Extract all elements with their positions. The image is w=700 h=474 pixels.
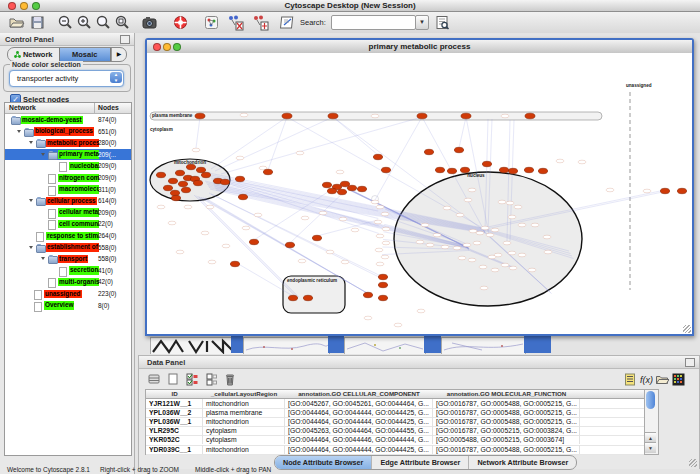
network-node-selected[interactable]: [288, 295, 297, 300]
network-node-selected[interactable]: [170, 190, 179, 195]
save-icon[interactable]: [29, 14, 46, 31]
network-node[interactable]: [301, 216, 309, 220]
network-node[interactable]: [508, 251, 516, 255]
network-node[interactable]: [240, 113, 248, 117]
network-node[interactable]: [464, 198, 472, 202]
network-node[interactable]: [441, 245, 449, 249]
float-panel-icon[interactable]: [685, 358, 695, 367]
table-cell[interactable]: YLR295C: [146, 426, 203, 435]
row-height-icon[interactable]: [147, 372, 163, 387]
attribute-list-icon[interactable]: [623, 372, 637, 387]
network-node[interactable]: [382, 227, 390, 231]
table-cell[interactable]: cytoplasm: [203, 426, 285, 435]
tree-row-primary-metabolic-process[interactable]: primary metabolic process209(...: [5, 149, 131, 161]
tree-row-cell-communicati[interactable]: cell communicati22(0): [5, 218, 131, 230]
network-node-selected[interactable]: [181, 187, 190, 192]
network-node-selected[interactable]: [178, 181, 187, 186]
snapshot-icon[interactable]: [141, 14, 158, 31]
scrollbar-thumb[interactable]: [646, 391, 655, 409]
network-node-selected[interactable]: [508, 168, 517, 173]
network-node-selected[interactable]: [171, 195, 180, 200]
network-node[interactable]: [606, 188, 614, 192]
network-node[interactable]: [351, 228, 359, 232]
table-cell[interactable]: YKR052C: [146, 435, 203, 444]
network-node-selected[interactable]: [327, 188, 336, 193]
tree-row-response-to-stimulu[interactable]: response to stimulu264(0): [5, 230, 131, 242]
tab-network[interactable]: Network: [8, 48, 59, 61]
column-header-0[interactable]: ID: [146, 390, 204, 399]
network-node-selected[interactable]: [163, 185, 172, 190]
network-node[interactable]: [157, 205, 165, 209]
network-node[interactable]: [468, 188, 476, 192]
network-node[interactable]: [376, 234, 384, 238]
network-node[interactable]: [296, 151, 304, 155]
network-node-selected[interactable]: [238, 194, 247, 199]
network-node[interactable]: [518, 253, 526, 257]
network-node[interactable]: [531, 223, 539, 227]
network-node-selected[interactable]: [357, 186, 366, 191]
network-node[interactable]: [503, 241, 511, 245]
annotation-icon[interactable]: [279, 14, 296, 31]
network-node-selected[interactable]: [249, 239, 258, 244]
tree-row-secretion[interactable]: secretion41(0): [5, 265, 131, 277]
network-node-selected[interactable]: [220, 179, 229, 184]
layout-icon-1[interactable]: [227, 14, 244, 31]
table-cell[interactable]: mitochondrion: [203, 399, 285, 408]
network-node[interactable]: [501, 114, 509, 118]
expand-arrow-icon[interactable]: [29, 246, 33, 249]
network-node-selected[interactable]: [322, 182, 331, 187]
table-cell[interactable]: [GO:0045263, GO:0044464, GO:0044455, G..…: [285, 426, 433, 435]
network-node[interactable]: [416, 240, 424, 244]
tree-row-mosaic-demo-yeast[interactable]: mosaic-demo-yeast874(0): [5, 114, 131, 126]
network-node[interactable]: [426, 243, 434, 247]
network-node-selected[interactable]: [381, 167, 390, 172]
network-node[interactable]: [417, 309, 425, 313]
network-node[interactable]: [381, 255, 389, 259]
table-cell[interactable]: [GO:0045267, GO:0045261, GO:0044464, G..…: [285, 399, 433, 408]
resize-grip[interactable]: [683, 325, 691, 333]
network-node[interactable]: [382, 241, 390, 245]
network-node[interactable]: [192, 148, 200, 152]
expand-arrow-icon[interactable]: [17, 130, 21, 133]
select-attributes-icon[interactable]: [185, 372, 201, 387]
network-node-selected[interactable]: [195, 113, 205, 119]
network-node[interactable]: [376, 205, 384, 209]
network-node[interactable]: [443, 206, 451, 210]
network-node[interactable]: [476, 231, 484, 235]
network-node-selected[interactable]: [230, 261, 239, 266]
zoom-selected-icon[interactable]: [114, 14, 131, 31]
background-window[interactable]: [441, 337, 526, 354]
network-node-selected[interactable]: [461, 113, 471, 119]
network-node[interactable]: [578, 160, 586, 164]
table-cell[interactable]: YPL036W__1: [146, 417, 203, 426]
table-cell[interactable]: [GO:0016787, GO:0005488, GO:0005215, G..…: [433, 408, 580, 417]
tree-row-metabolic-process[interactable]: metabolic process280(0): [5, 137, 131, 149]
network-node[interactable]: [480, 286, 488, 290]
attribute-matrix-icon[interactable]: [671, 372, 685, 387]
network-node[interactable]: [208, 260, 216, 264]
tree-row-transport[interactable]: transport558(0): [5, 253, 131, 265]
table-cell[interactable]: YDR039C__1: [146, 445, 203, 454]
network-node-selected[interactable]: [328, 113, 338, 119]
expand-arrow-icon[interactable]: [41, 257, 45, 260]
table-scrollbar[interactable]: ▲ ▼: [644, 389, 659, 455]
table-cell[interactable]: [GO:0044464, GO:0044444, GO:0044425, G..…: [285, 417, 433, 426]
network-node-selected[interactable]: [193, 180, 202, 185]
network-node-selected[interactable]: [447, 168, 456, 173]
expand-arrow-icon[interactable]: [29, 199, 33, 202]
overview-icon[interactable]: [203, 14, 220, 31]
network-node[interactable]: [319, 211, 327, 215]
network-node-selected[interactable]: [525, 113, 535, 119]
network-node-selected[interactable]: [538, 168, 547, 173]
network-node[interactable]: [543, 235, 551, 239]
network-node-selected[interactable]: [235, 176, 244, 181]
search-input[interactable]: [331, 15, 416, 30]
network-node-selected[interactable]: [196, 167, 205, 172]
table-cell[interactable]: mitochondrion: [203, 417, 285, 426]
network-node-selected[interactable]: [156, 172, 165, 177]
scroll-down-button[interactable]: ▼: [645, 442, 656, 453]
network-node[interactable]: [375, 248, 383, 252]
column-header-1[interactable]: _cellularLayoutRegion: [203, 390, 286, 399]
network-node[interactable]: [339, 217, 347, 221]
table-cell[interactable]: [GO:0044464, GO:0044446, GO:0044444, G..…: [285, 435, 433, 444]
